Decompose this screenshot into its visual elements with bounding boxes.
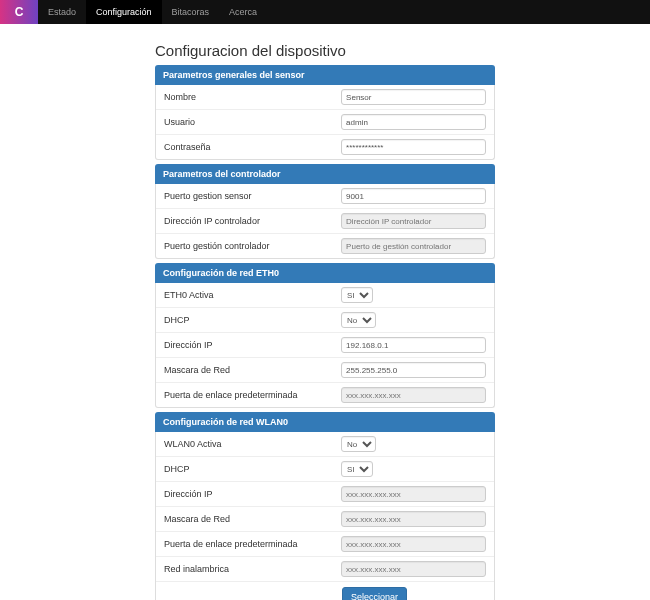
wlan0-gw-label: Puerta de enlace predeterminada bbox=[164, 539, 341, 549]
eth0-ip-label: Dirección IP bbox=[164, 340, 341, 350]
nombre-label: Nombre bbox=[164, 92, 341, 102]
wlan0-gw-input[interactable] bbox=[341, 536, 486, 552]
panel2-heading: Parametros del controlador bbox=[155, 164, 495, 184]
panel1-heading: Parametros generales del sensor bbox=[155, 65, 495, 85]
wlan0-dhcp-label: DHCP bbox=[164, 464, 341, 474]
wlan0-dhcp-select[interactable]: SI bbox=[341, 461, 373, 477]
eth0-activa-select[interactable]: SI bbox=[341, 287, 373, 303]
wlan0-activa-select[interactable]: No bbox=[341, 436, 376, 452]
eth0-dhcp-label: DHCP bbox=[164, 315, 341, 325]
nav-bitacoras[interactable]: Bitacoras bbox=[162, 0, 220, 24]
seleccionar-button[interactable]: Seleccionar bbox=[342, 587, 407, 600]
ip-ctrl-label: Dirección IP controlador bbox=[164, 216, 341, 226]
nav-estado[interactable]: Estado bbox=[38, 0, 86, 24]
wlan0-mask-label: Mascara de Red bbox=[164, 514, 341, 524]
wlan0-ip-input[interactable] bbox=[341, 486, 486, 502]
ip-ctrl-input[interactable] bbox=[341, 213, 486, 229]
main-container: Configuracion del dispositivo Parametros… bbox=[155, 42, 495, 600]
panel2-body: Puerto gestion sensor Dirección IP contr… bbox=[155, 184, 495, 259]
nav-configuracion[interactable]: Configuración bbox=[86, 0, 162, 24]
panel4-body: WLAN0 Activa No DHCP SI Dirección IP Mas… bbox=[155, 432, 495, 600]
navbar: C Estado Configuración Bitacoras Acerca bbox=[0, 0, 650, 24]
usuario-input[interactable] bbox=[341, 114, 486, 130]
panel3-heading: Configuración de red ETH0 bbox=[155, 263, 495, 283]
eth0-activa-label: ETH0 Activa bbox=[164, 290, 341, 300]
wlan0-mask-input[interactable] bbox=[341, 511, 486, 527]
contrasena-label: Contraseña bbox=[164, 142, 341, 152]
puerto-ctrl-label: Puerto gestión controlador bbox=[164, 241, 341, 251]
nav-acerca[interactable]: Acerca bbox=[219, 0, 267, 24]
eth0-mask-label: Mascara de Red bbox=[164, 365, 341, 375]
wlan0-ssid-label: Red inalambrica bbox=[164, 564, 341, 574]
eth0-ip-input[interactable] bbox=[341, 337, 486, 353]
usuario-label: Usuario bbox=[164, 117, 341, 127]
wlan0-ip-label: Dirección IP bbox=[164, 489, 341, 499]
puerto-sensor-label: Puerto gestion sensor bbox=[164, 191, 341, 201]
contrasena-input[interactable] bbox=[341, 139, 486, 155]
eth0-gw-input[interactable] bbox=[341, 387, 486, 403]
panel4-heading: Configuración de red WLAN0 bbox=[155, 412, 495, 432]
panel1-body: Nombre Usuario Contraseña bbox=[155, 85, 495, 160]
eth0-mask-input[interactable] bbox=[341, 362, 486, 378]
wlan0-ssid-input[interactable] bbox=[341, 561, 486, 577]
eth0-dhcp-select[interactable]: No bbox=[341, 312, 376, 328]
page-title: Configuracion del dispositivo bbox=[155, 42, 495, 59]
puerto-sensor-input[interactable] bbox=[341, 188, 486, 204]
puerto-ctrl-input[interactable] bbox=[341, 238, 486, 254]
wlan0-activa-label: WLAN0 Activa bbox=[164, 439, 341, 449]
panel3-body: ETH0 Activa SI DHCP No Dirección IP Masc… bbox=[155, 283, 495, 408]
eth0-gw-label: Puerta de enlace predeterminada bbox=[164, 390, 341, 400]
nombre-input[interactable] bbox=[341, 89, 486, 105]
brand-logo: C bbox=[0, 0, 38, 24]
